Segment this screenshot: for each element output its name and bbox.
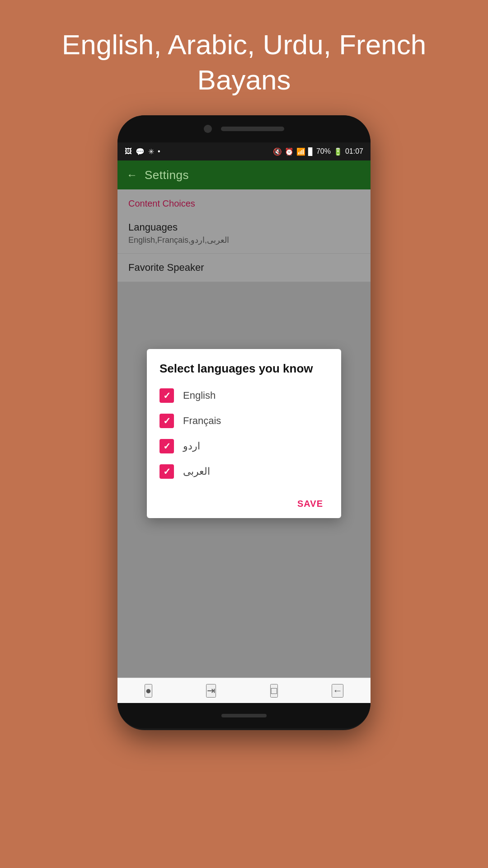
app-bar: ← Settings — [117, 160, 371, 189]
back-icon[interactable]: ← — [127, 169, 137, 181]
dialog-title: Select languages you know — [160, 362, 328, 376]
checkbox-francais[interactable] — [160, 414, 174, 428]
checkbox-english[interactable] — [160, 388, 174, 403]
option-urdu[interactable]: اردو — [160, 439, 328, 453]
wifi-icon: 📶 — [296, 147, 305, 156]
nav-back-button[interactable]: ← — [332, 684, 343, 698]
status-bar: 🖼 💬 ✳ • 🔇 ⏰ 📶 ▊ 70% 🔋 01:07 — [117, 142, 371, 160]
alarm-icon: ⏰ — [285, 147, 294, 156]
phone-screen: 🖼 💬 ✳ • 🔇 ⏰ 📶 ▊ 70% 🔋 01:07 ← — [117, 142, 371, 703]
dialog-overlay: Select languages you know English França… — [117, 189, 371, 678]
option-arabic[interactable]: العربى — [160, 464, 328, 479]
label-urdu: اردو — [183, 440, 200, 452]
phone-bottom-bezel — [117, 703, 371, 728]
label-francais: Français — [183, 415, 221, 427]
status-right-info: 🔇 ⏰ 📶 ▊ 70% 🔋 01:07 — [273, 147, 363, 156]
image-status-icon: 🖼 — [125, 147, 132, 156]
label-english: English — [183, 390, 216, 401]
nav-home-button[interactable]: ● — [145, 684, 152, 698]
nav-bar: ● ⇥ □ ← — [117, 678, 371, 703]
nav-overview-button[interactable]: □ — [270, 684, 278, 698]
camera — [204, 125, 212, 133]
label-arabic: العربى — [183, 466, 210, 477]
app-bar-title: Settings — [145, 168, 189, 182]
checkbox-urdu[interactable] — [160, 439, 174, 453]
nav-recents-button[interactable]: ⇥ — [206, 684, 216, 698]
option-english[interactable]: English — [160, 388, 328, 403]
checkbox-arabic[interactable] — [160, 464, 174, 479]
time-display: 01:07 — [345, 147, 363, 156]
extra-status-icon: ✳ — [148, 147, 154, 156]
content-area: Content Choices Languages English,França… — [117, 189, 371, 678]
battery-icon: 🔋 — [333, 147, 343, 156]
battery-text: 70% — [316, 147, 331, 156]
dot-status-icon: • — [158, 147, 160, 156]
dialog-actions: SAVE — [160, 490, 328, 513]
status-left-icons: 🖼 💬 ✳ • — [125, 147, 160, 156]
phone-shell: 🖼 💬 ✳ • 🔇 ⏰ 📶 ▊ 70% 🔋 01:07 ← — [117, 115, 371, 730]
phone-top-bezel — [117, 115, 371, 142]
speaker — [221, 127, 284, 131]
signal-icon: ▊ — [308, 147, 314, 156]
option-francais[interactable]: Français — [160, 414, 328, 428]
mute-icon: 🔇 — [273, 147, 282, 156]
top-title: English, Arabic, Urdu, French Bayans — [0, 27, 488, 97]
home-bar-indicator — [221, 714, 267, 717]
save-button[interactable]: SAVE — [292, 495, 328, 513]
language-dialog: Select languages you know English França… — [147, 349, 341, 518]
whatsapp-status-icon: 💬 — [136, 147, 145, 156]
